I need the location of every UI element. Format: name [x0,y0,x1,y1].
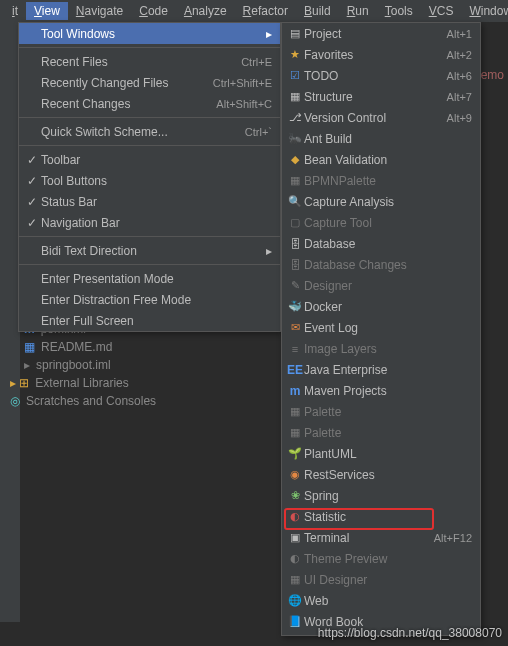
menubar-code[interactable]: Code [131,2,176,20]
toolwin-project[interactable]: ▤ProjectAlt+1 [282,23,480,44]
menu-label: Favorites [304,48,447,62]
toolwin-statistic[interactable]: ◐Statistic [282,506,480,527]
toolwin-capture-analysis[interactable]: 🔍Capture Analysis [282,191,480,212]
shortcut: Alt+6 [447,70,472,82]
rest-icon: ◉ [286,468,304,481]
menu-label: Designer [304,279,472,293]
menu-label: Java Enterprise [304,363,472,377]
shortcut: Alt+F12 [434,532,472,544]
menubar-build[interactable]: Build [296,2,339,20]
menu-navigation-bar-toggle[interactable]: ✓Navigation Bar [19,212,280,233]
palette-icon: ▦ [286,174,304,187]
submenu-arrow-icon: ▸ [260,244,272,258]
separator [19,236,280,237]
shortcut: Alt+9 [447,112,472,124]
structure-icon: ▦ [286,90,304,103]
menu-label: Spring [304,489,472,503]
menu-full-screen[interactable]: Enter Full Screen [19,310,280,331]
menu-recently-changed-files[interactable]: Recently Changed FilesCtrl+Shift+E [19,72,280,93]
toolwin-structure[interactable]: ▦StructureAlt+7 [282,86,480,107]
separator [19,264,280,265]
menubar-analyze[interactable]: Analyze [176,2,235,20]
menu-bidi[interactable]: Bidi Text Direction▸ [19,240,280,261]
menu-label: Database [304,237,472,251]
menu-label: Capture Analysis [304,195,472,209]
scratches[interactable]: ◎Scratches and Consoles [0,392,162,410]
menu-toolbar-toggle[interactable]: ✓Toolbar [19,149,280,170]
maven-icon: m [286,384,304,398]
view-menu: Tool Windows ▸ Recent FilesCtrl+E Recent… [18,22,281,332]
toolwin-database[interactable]: 🗄Database [282,233,480,254]
designer-icon: ✎ [286,279,304,292]
menu-label: Ant Build [304,132,472,146]
checkmark-icon: ✓ [23,195,41,209]
menu-recent-files[interactable]: Recent FilesCtrl+E [19,51,280,72]
menu-label: Capture Tool [304,216,472,230]
menu-label: Statistic [304,510,472,524]
menu-label: Bean Validation [304,153,472,167]
menubar-run[interactable]: Run [339,2,377,20]
toolwin-image-layers: ≡Image Layers [282,338,480,359]
menu-status-bar-toggle[interactable]: ✓Status Bar [19,191,280,212]
libraries-icon: ▸ ⊞ [10,376,29,390]
toolwin-java-enterprise[interactable]: EEJava Enterprise [282,359,480,380]
menu-label: BPMNPalette [304,174,472,188]
toolwin-terminal[interactable]: ▣TerminalAlt+F12 [282,527,480,548]
menubar: itViewNavigateCodeAnalyzeRefactorBuildRu… [0,0,508,22]
menubar-it[interactable]: it [4,2,26,20]
vcs-icon: ⎇ [286,111,304,124]
file-iml[interactable]: ▸springboot.iml [0,356,162,374]
menu-label: Web [304,594,472,608]
menu-distraction-free[interactable]: Enter Distraction Free Mode [19,289,280,310]
separator [19,145,280,146]
project-tree: mpom.xml ▦README.md ▸springboot.iml ▸ ⊞E… [0,320,162,410]
menubar-navigate[interactable]: Navigate [68,2,131,20]
shortcut: Alt+7 [447,91,472,103]
menubar-vcs[interactable]: VCS [421,2,462,20]
checkmark-icon: ✓ [23,216,41,230]
menubar-refactor[interactable]: Refactor [235,2,296,20]
toolwin-ant-build[interactable]: 🐜Ant Build [282,128,480,149]
menu-label: Image Layers [304,342,472,356]
toolwin-event-log[interactable]: ✉Event Log [282,317,480,338]
uidesigner-icon: ▦ [286,573,304,586]
search-icon: 🔍 [286,195,304,208]
theme-icon: ◐ [286,552,304,565]
ant-icon: 🐜 [286,132,304,145]
db-icon: 🗄 [286,238,304,250]
jee-icon: EE [286,363,304,377]
menu-label: Version Control [304,111,447,125]
file-label: Scratches and Consoles [26,394,156,408]
toolwin-todo[interactable]: ☑TODOAlt+6 [282,65,480,86]
menu-recent-changes[interactable]: Recent ChangesAlt+Shift+C [19,93,280,114]
toolwin-version-control[interactable]: ⎇Version ControlAlt+9 [282,107,480,128]
toolwin-web[interactable]: 🌐Web [282,590,480,611]
menu-presentation-mode[interactable]: Enter Presentation Mode [19,268,280,289]
toolwin-ui-designer: ▦UI Designer [282,569,480,590]
toolwin-favorites[interactable]: ★FavoritesAlt+2 [282,44,480,65]
toolwin-maven-projects[interactable]: mMaven Projects [282,380,480,401]
menu-quick-switch[interactable]: Quick Switch Scheme...Ctrl+` [19,121,280,142]
menubar-view[interactable]: View [26,2,68,20]
menubar-tools[interactable]: Tools [377,2,421,20]
shortcut: Alt+1 [447,28,472,40]
submenu-arrow-icon: ▸ [260,27,272,41]
menu-tool-windows[interactable]: Tool Windows ▸ [19,23,280,44]
toolwin-spring[interactable]: ❀Spring [282,485,480,506]
shortcut: Alt+2 [447,49,472,61]
menubar-window[interactable]: Window [461,2,508,20]
file-readme[interactable]: ▦README.md [0,338,162,356]
toolwin-bean-validation[interactable]: ◆Bean Validation [282,149,480,170]
plantuml-icon: 🌱 [286,447,304,460]
menu-label: Event Log [304,321,472,335]
star-icon: ★ [286,48,304,61]
toolwin-palette: ▦Palette [282,422,480,443]
separator [19,117,280,118]
toolwin-plantuml[interactable]: 🌱PlantUML [282,443,480,464]
toolwin-docker[interactable]: 🐳Docker [282,296,480,317]
wordbook-icon: 📘 [286,615,304,628]
toolwin-restservices[interactable]: ◉RestServices [282,464,480,485]
menu-tool-buttons-toggle[interactable]: ✓Tool Buttons [19,170,280,191]
external-libraries[interactable]: ▸ ⊞External Libraries [0,374,162,392]
menu-label: RestServices [304,468,472,482]
